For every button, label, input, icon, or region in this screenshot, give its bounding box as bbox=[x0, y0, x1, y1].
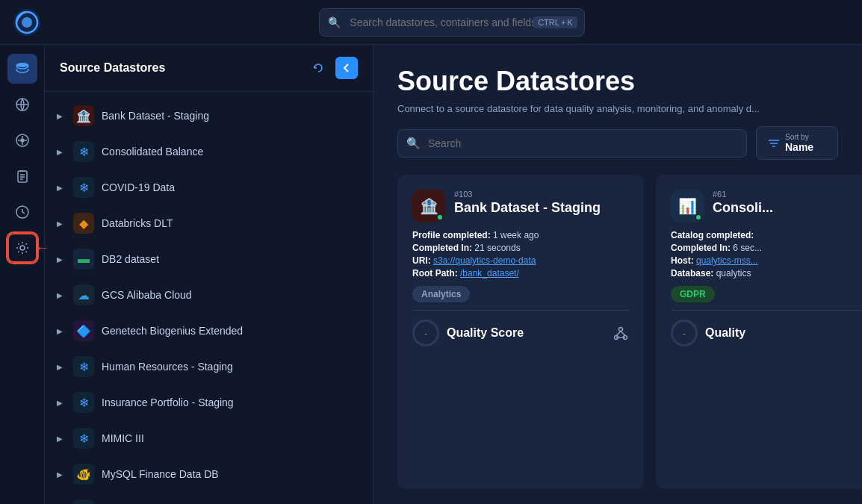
refresh-button[interactable] bbox=[307, 57, 329, 79]
ds-icon: ▬ bbox=[73, 249, 94, 270]
quality-left: - Quality Score bbox=[412, 320, 524, 346]
svg-point-10 bbox=[619, 328, 623, 332]
card-number: #61 bbox=[713, 190, 862, 199]
sidebar-item-genetech[interactable]: ▶ 🔷 Genetech Biogenius Extended bbox=[45, 313, 373, 349]
meta-line: Root Path: /bank_dataset/ bbox=[412, 268, 629, 279]
search-shortcut-badge: CTRL + K bbox=[533, 16, 577, 28]
quality-score-label: Quality bbox=[705, 326, 745, 340]
card-header: 📊 #61 Consoli... bbox=[671, 190, 862, 223]
sort-value: Name bbox=[785, 141, 813, 153]
sidebar-item-consolidated[interactable]: ▶ ❄ Consolidated Balance bbox=[45, 134, 373, 169]
tag-gdpr: GDPR bbox=[671, 286, 715, 302]
chevron-icon: ▶ bbox=[57, 435, 66, 443]
sidebar-item-covid[interactable]: ▶ ❄ COVID-19 Data bbox=[45, 169, 373, 205]
collapse-sidebar-button[interactable] bbox=[335, 57, 358, 79]
sidebar: Source Datastores ▶ 🏦 Bank bbox=[45, 45, 373, 504]
nav-item-clipboard[interactable] bbox=[7, 161, 37, 191]
chevron-icon: ▶ bbox=[57, 255, 66, 264]
nav-item-database[interactable] bbox=[7, 54, 37, 84]
chevron-icon: ▶ bbox=[57, 291, 66, 299]
meta-line: Database: qualytics bbox=[671, 268, 862, 279]
arrow-indicator: ← bbox=[36, 240, 49, 256]
card-bank-staging[interactable]: 🏦 #103 Bank Dataset - Staging Profile co… bbox=[397, 175, 644, 489]
card-name: Consoli... bbox=[713, 200, 862, 216]
icon-nav: ← bbox=[0, 45, 45, 504]
sidebar-item-label: Consolidated Balance bbox=[102, 146, 203, 158]
card-info: #103 Bank Dataset - Staging bbox=[454, 190, 629, 216]
meta-line: Profile completed: 1 week ago bbox=[412, 230, 629, 240]
status-dot bbox=[695, 214, 702, 221]
sidebar-item-insurance[interactable]: ▶ ❄ Insurance Portfolio - Staging bbox=[45, 385, 373, 420]
meta-line: Completed In: 21 seconds bbox=[412, 243, 629, 253]
sidebar-item-label: Bank Dataset - Staging bbox=[102, 110, 209, 122]
card-tags: GDPR bbox=[671, 286, 862, 302]
sidebar-actions bbox=[307, 57, 358, 79]
main-layout: ← Source Datastores ▶ bbox=[0, 45, 862, 504]
sidebar-item-label: Databricks DLT bbox=[102, 217, 173, 229]
sidebar-item-bank[interactable]: ▶ 🏦 Bank Dataset - Staging bbox=[45, 98, 373, 134]
ds-icon: 🏦 bbox=[73, 105, 94, 126]
nav-item-compass[interactable] bbox=[7, 125, 37, 155]
card-info: #61 Consoli... bbox=[713, 190, 862, 216]
quality-circle: - bbox=[412, 320, 439, 346]
sidebar-item-label: COVID-19 Data bbox=[102, 181, 175, 193]
chevron-icon: ▶ bbox=[57, 399, 66, 407]
chevron-icon: ▶ bbox=[57, 220, 66, 228]
sidebar-item-mimic[interactable]: ▶ ❄ MIMIC III bbox=[45, 420, 373, 456]
sidebar-item-db2[interactable]: ▶ ▬ DB2 dataset bbox=[45, 241, 373, 277]
ds-icon: ❄ bbox=[73, 177, 94, 198]
content-header: Source Datastores Connect to a source da… bbox=[373, 45, 862, 126]
sidebar-item-label: GCS Alibaba Cloud bbox=[102, 289, 192, 301]
ds-icon: 🐠 bbox=[73, 464, 94, 485]
card-tags: Analytics bbox=[412, 286, 629, 302]
sidebar-title: Source Datastores bbox=[60, 61, 165, 75]
card-quality: - Quality bbox=[671, 310, 862, 346]
ds-icon: ◆ bbox=[73, 213, 94, 234]
app-logo[interactable] bbox=[12, 7, 42, 37]
search-icon: 🔍 bbox=[328, 16, 341, 28]
quality-network-icon bbox=[613, 325, 629, 341]
chevron-icon: ▶ bbox=[57, 148, 66, 156]
chevron-icon: ▶ bbox=[57, 363, 66, 371]
sidebar-item-hr[interactable]: ▶ ❄ Human Resources - Staging bbox=[45, 349, 373, 385]
sidebar-item-label: Insurance Portfolio - Staging bbox=[102, 396, 234, 408]
card-consolidated[interactable]: 📊 #61 Consoli... Catalog completed:Compl… bbox=[656, 175, 862, 489]
nav-item-clock[interactable] bbox=[7, 197, 37, 227]
sort-button[interactable]: Sort by Name bbox=[756, 126, 838, 160]
main-content: Source Datastores Connect to a source da… bbox=[373, 45, 862, 504]
content-search-container: 🔍 bbox=[397, 129, 747, 158]
meta-line: URI: s3a://qualytics-demo-data bbox=[412, 255, 629, 266]
card-header: 🏦 #103 Bank Dataset - Staging bbox=[412, 190, 629, 223]
chevron-icon: ▶ bbox=[57, 327, 66, 335]
chevron-icon: ▶ bbox=[57, 112, 66, 120]
nav-item-settings[interactable]: ← bbox=[7, 233, 37, 263]
page-title: Source Datastores bbox=[397, 66, 838, 97]
sidebar-item-label: DB2 dataset bbox=[102, 253, 159, 265]
sidebar-item-gcs[interactable]: ▶ ☁ GCS Alibaba Cloud bbox=[45, 277, 373, 313]
toolbar: 🔍 Sort by Name bbox=[373, 126, 862, 175]
quality-left: - Quality bbox=[671, 320, 745, 346]
ds-icon: ❄ bbox=[73, 141, 94, 162]
content-search-input[interactable] bbox=[397, 129, 747, 158]
ds-icon: ☁ bbox=[73, 284, 94, 305]
ds-icon: 🔷 bbox=[73, 320, 94, 341]
meta-line: Host: qualytics-mss... bbox=[671, 255, 862, 266]
meta-line: Catalog completed: bbox=[671, 230, 862, 240]
topbar: 🔍 CTRL + K bbox=[0, 0, 862, 45]
sidebar-item-label: Genetech Biogenius Extended bbox=[102, 325, 243, 337]
chevron-icon: ▶ bbox=[57, 184, 66, 192]
sidebar-item-mysql_nyc[interactable]: ▶ 🐠 MySQL NYC Buildings bbox=[45, 492, 373, 504]
sidebar-item-databricks[interactable]: ▶ ◆ Databricks DLT bbox=[45, 205, 373, 241]
sidebar-item-label: Human Resources - Staging bbox=[102, 361, 233, 373]
sidebar-list: ▶ 🏦 Bank Dataset - Staging ▶ ❄ Consolida… bbox=[45, 92, 373, 504]
nav-item-network[interactable] bbox=[7, 90, 37, 119]
content-subtitle: Connect to a source datastore for data q… bbox=[397, 103, 838, 114]
ds-icon: ❄ bbox=[73, 428, 94, 449]
svg-point-9 bbox=[20, 246, 25, 250]
quality-score-label: Quality Score bbox=[447, 326, 524, 340]
quality-circle: - bbox=[671, 320, 698, 346]
sidebar-item-mysql_finance[interactable]: ▶ 🐠 MySQL Finance Data DB bbox=[45, 456, 373, 492]
cards-area: 🏦 #103 Bank Dataset - Staging Profile co… bbox=[373, 175, 862, 504]
card-number: #103 bbox=[454, 190, 629, 199]
tag-analytics: Analytics bbox=[412, 286, 470, 302]
